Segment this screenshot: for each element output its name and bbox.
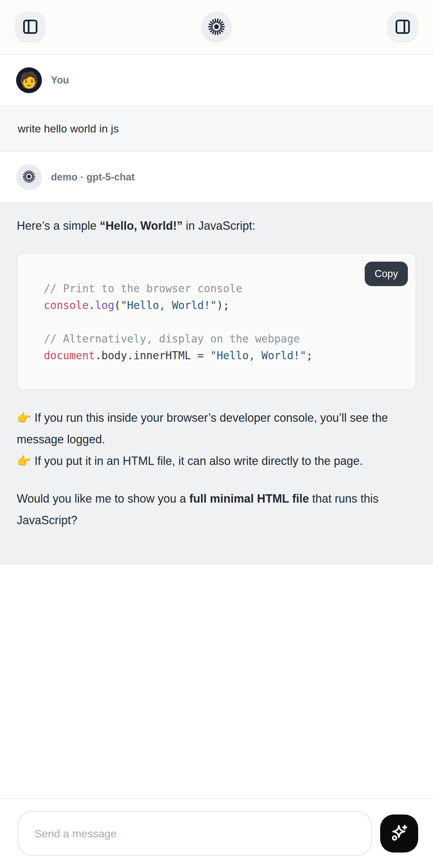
- top-bar: [0, 0, 433, 55]
- starburst-icon: [22, 170, 36, 185]
- code-token: document: [44, 349, 95, 362]
- person-emoji: 🧑: [19, 72, 39, 88]
- assistant-author-label: demo · gpt-5-chat: [51, 172, 135, 183]
- code-content: // Print to the browser consoleconsole.l…: [44, 280, 403, 364]
- user-message-header: 🧑 You: [0, 55, 433, 105]
- empty-chat-space: [0, 564, 433, 798]
- code-token: "Hello, World!": [210, 349, 306, 362]
- message-input[interactable]: [18, 811, 372, 856]
- user-author-label: You: [51, 74, 69, 86]
- intro-text-post: in JavaScript:: [183, 219, 255, 232]
- panel-left-icon: [22, 19, 39, 36]
- user-message-bubble: write hello world in js: [0, 105, 433, 152]
- send-button[interactable]: [380, 814, 418, 852]
- assistant-message-header: demo · gpt-5-chat: [0, 152, 433, 202]
- code-line: // Alternatively, display on the webpage: [44, 331, 403, 347]
- intro-text-pre: Here’s a simple: [17, 219, 99, 232]
- intro-text-bold: “Hello, World!”: [99, 219, 182, 232]
- assistant-message-body: Here’s a simple “Hello, World!” in JavaS…: [0, 202, 433, 564]
- user-avatar: 🧑: [16, 67, 42, 93]
- app-logo-button[interactable]: [201, 11, 232, 42]
- code-token: "Hello, World!": [121, 299, 216, 312]
- sparkles-icon: [389, 823, 409, 844]
- composer-bar: [0, 798, 433, 868]
- code-line: console.log("Hello, World!");: [44, 297, 403, 314]
- note-line: 👉 If you put it in an HTML file, it can …: [17, 450, 416, 472]
- panel-right-icon: [394, 19, 411, 36]
- code-token: (: [114, 299, 121, 312]
- copy-button[interactable]: Copy: [365, 261, 408, 286]
- sidebar-toggle-button[interactable]: [15, 11, 46, 42]
- question-paragraph: Would you like me to show you a full min…: [17, 488, 416, 531]
- code-line: // Print to the browser console: [44, 280, 403, 297]
- right-panel-toggle-button[interactable]: [387, 11, 418, 42]
- code-line: document.body.innerHTML = "Hello, World!…: [44, 347, 403, 364]
- code-token: ;: [306, 349, 313, 362]
- code-token: log: [95, 299, 114, 312]
- user-message-text: write hello world in js: [18, 122, 119, 135]
- code-token: // Print to the browser console: [44, 282, 242, 295]
- code-token: .body.innerHTML =: [95, 349, 210, 362]
- question-text-bold: full minimal HTML file: [189, 492, 309, 505]
- intro-paragraph: Here’s a simple “Hello, World!” in JavaS…: [17, 215, 416, 237]
- code-token: // Alternatively, display on the webpage: [44, 333, 300, 345]
- starburst-icon: [208, 18, 225, 37]
- code-token: );: [216, 299, 229, 312]
- code-line: [44, 314, 403, 331]
- assistant-avatar: [16, 164, 42, 190]
- note-line: 👉 If you run this inside your browser’s …: [17, 407, 416, 450]
- code-token: console: [44, 299, 89, 312]
- code-block: Copy // Print to the browser consolecons…: [17, 253, 416, 390]
- chat-app: 🧑 You write hello world in js demo · gpt…: [0, 0, 433, 868]
- question-text-pre: Would you like me to show you a: [17, 492, 189, 505]
- code-token: .: [89, 299, 95, 312]
- notes-paragraph: 👉 If you run this inside your browser’s …: [17, 407, 416, 472]
